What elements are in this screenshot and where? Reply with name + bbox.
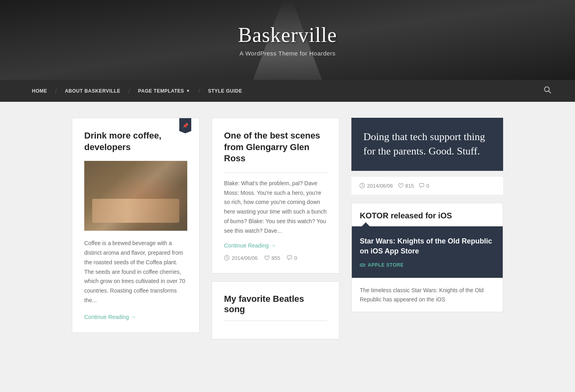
coffee-post-card: 📌 Drink more coffee, developers Coffee i… bbox=[72, 118, 200, 333]
comment-icon-sidebar bbox=[419, 183, 424, 188]
kotor-widget: KOTOR released for iOS Star Wars: Knight… bbox=[351, 203, 503, 312]
sidebar: Doing that tech support thing for the pa… bbox=[351, 118, 503, 312]
search-icon[interactable] bbox=[544, 86, 551, 95]
site-nav: HOME / ABOUT BASKERVILLE / PAGE TEMPLATE… bbox=[0, 80, 575, 102]
apple-store-link[interactable]: APPLE STORE bbox=[360, 262, 495, 268]
coffee-post-title[interactable]: Drink more coffee, developers bbox=[84, 130, 187, 153]
quote-likes: 815 bbox=[398, 183, 414, 189]
coffee-post-image bbox=[84, 161, 187, 231]
coffee-post-excerpt: Coffee is a brewed beverage with a disti… bbox=[84, 239, 187, 305]
quote-meta: 2014/06/06 815 0 bbox=[351, 177, 503, 195]
kotor-title[interactable]: KOTOR released for iOS bbox=[352, 203, 503, 220]
glengarry-post-card: One of the best scenes from Glengarry Gl… bbox=[212, 118, 339, 273]
quote-card-dark: Doing that tech support thing for the pa… bbox=[351, 118, 503, 171]
kotor-excerpt: The timeless classic Star Wars: Knights … bbox=[352, 278, 503, 312]
beatles-post-title[interactable]: My favorite Beatles song bbox=[224, 294, 327, 315]
nav-page-templates[interactable]: PAGE TEMPLATES ▼ bbox=[130, 88, 198, 94]
nav-about[interactable]: ABOUT BASKERVILLE bbox=[57, 88, 128, 94]
kotor-dark-section: Star Wars: Knights of the Old Republic o… bbox=[352, 226, 503, 278]
pin-icon: 📌 bbox=[182, 123, 188, 129]
svg-rect-9 bbox=[419, 184, 424, 187]
dropdown-arrow-icon: ▼ bbox=[186, 89, 190, 93]
quote-comments: 0 bbox=[419, 183, 429, 189]
quote-text: Doing that tech support thing for the pa… bbox=[363, 130, 491, 159]
pin-badge: 📌 bbox=[179, 118, 191, 133]
middle-column: One of the best scenes from Glengarry Gl… bbox=[212, 118, 339, 339]
svg-line-1 bbox=[549, 91, 551, 93]
site-tagline: A WordPress Theme for Hoarders bbox=[240, 50, 335, 57]
glengarry-post-meta: 2014/06/06 855 0 bbox=[224, 255, 327, 261]
glengarry-post-likes: 855 bbox=[264, 255, 280, 261]
heart-icon bbox=[264, 255, 270, 261]
clock-icon-sidebar bbox=[359, 183, 365, 188]
nav-items: HOME / ABOUT BASKERVILLE / PAGE TEMPLATE… bbox=[24, 87, 544, 95]
svg-rect-5 bbox=[287, 256, 291, 259]
kotor-subtitle: Star Wars: Knights of the Old Republic o… bbox=[360, 236, 495, 256]
glengarry-post-date: 2014/06/06 bbox=[224, 255, 258, 261]
beatles-post-card: My favorite Beatles song bbox=[212, 281, 339, 339]
site-header: Baskerville A WordPress Theme for Hoarde… bbox=[0, 0, 575, 80]
heart-icon-sidebar bbox=[398, 183, 403, 188]
nav-home[interactable]: HOME bbox=[24, 88, 55, 94]
svg-line-8 bbox=[362, 186, 363, 186]
link-icon bbox=[360, 262, 365, 268]
post-separator bbox=[224, 172, 327, 173]
nav-style-guide[interactable]: STYLE GUIDE bbox=[200, 88, 250, 94]
clock-icon bbox=[224, 255, 230, 261]
glengarry-post-excerpt: Blake: What's the problem, pal? Dave Mos… bbox=[224, 179, 327, 236]
beatles-post-separator bbox=[224, 321, 327, 321]
glengarry-post-title[interactable]: One of the best scenes from Glengarry Gl… bbox=[224, 130, 327, 164]
coffee-continue-reading-link[interactable]: Continue Reading → bbox=[84, 314, 136, 320]
glengarry-post-comments: 0 bbox=[287, 255, 297, 261]
comment-icon bbox=[287, 255, 292, 261]
quote-date: 2014/06/06 bbox=[359, 183, 393, 189]
svg-line-4 bbox=[227, 258, 228, 259]
main-content: 📌 Drink more coffee, developers Coffee i… bbox=[48, 102, 527, 355]
site-title: Baskerville bbox=[238, 23, 337, 47]
glengarry-continue-reading-link[interactable]: Continue Reading → bbox=[224, 242, 276, 249]
quote-widget: Doing that tech support thing for the pa… bbox=[351, 118, 503, 195]
